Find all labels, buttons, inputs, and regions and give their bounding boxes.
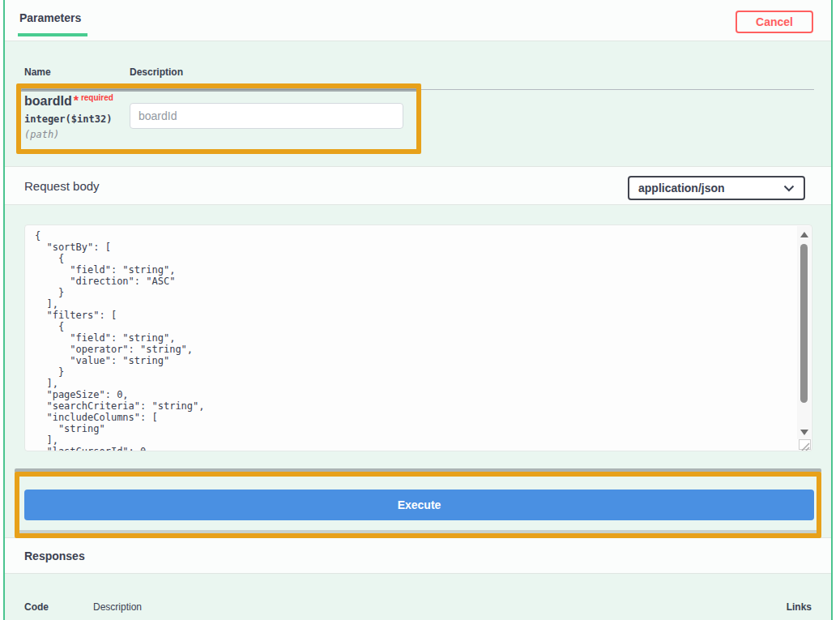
responses-column-code: Code (24, 601, 49, 613)
required-star: * (74, 94, 79, 108)
param-column-name: Name (24, 66, 51, 78)
request-body-section-header: Request body application/json (5, 166, 831, 205)
param-name: boardId*required (24, 93, 113, 109)
param-column-description: Description (130, 66, 183, 78)
resize-grip-icon[interactable] (799, 439, 811, 450)
boardid-input[interactable] (130, 103, 403, 129)
textarea-scrollbar[interactable] (797, 226, 811, 439)
table-header-divider (22, 89, 814, 90)
content-type-select[interactable]: application/json (628, 176, 805, 200)
execute-button[interactable]: Execute (24, 490, 814, 520)
required-label: required (81, 93, 113, 102)
responses-section-header: Responses (5, 537, 831, 574)
scrollbar-thumb[interactable] (800, 244, 808, 403)
json-body-text: { "sortBy": [ { "field": "string", "dire… (35, 230, 791, 451)
request-body-label: Request body (24, 179, 100, 193)
scroll-down-icon[interactable] (800, 430, 808, 435)
responses-title: Responses (24, 549, 85, 562)
param-name-text: boardId (24, 94, 72, 108)
parameters-section-header: Parameters Cancel (5, 0, 831, 41)
param-type: integer($int32) (24, 113, 112, 125)
json-body-textarea[interactable]: { "sortBy": [ { "field": "string", "dire… (24, 224, 812, 451)
opblock-body: Parameters Cancel Name Description board… (3, 0, 833, 620)
responses-column-description: Description (93, 601, 142, 613)
content-type-value: application/json (638, 182, 725, 195)
responses-column-links: Links (787, 601, 812, 613)
scroll-up-icon[interactable] (800, 232, 808, 237)
param-location: (path) (24, 129, 59, 140)
chevron-down-icon (783, 185, 795, 192)
tab-parameters[interactable]: Parameters (18, 11, 87, 36)
cancel-button[interactable]: Cancel (736, 11, 813, 33)
